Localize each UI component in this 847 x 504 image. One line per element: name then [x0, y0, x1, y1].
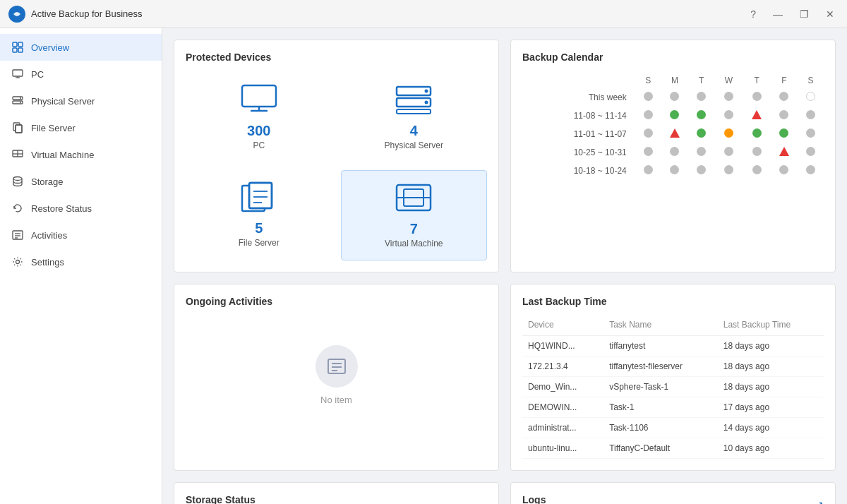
device-item-physical-server[interactable]: 4 Physical Server [341, 73, 488, 162]
table-row: 172.21.3.4tiffanytest-fileserver18 days … [522, 356, 824, 377]
activities-icon [11, 229, 24, 241]
minimize-button[interactable]: — [769, 7, 787, 21]
sidebar-item-activities[interactable]: Activities [0, 222, 162, 248]
sidebar-item-file-server[interactable]: File Server [0, 114, 162, 141]
calendar-dot-3-2 [688, 143, 714, 162]
calendar-dot-4-4 [743, 162, 771, 180]
device-item-pc[interactable]: 300 PC [186, 73, 332, 162]
calendar-dot-2-4 [743, 125, 771, 143]
sidebar-item-pc[interactable]: PC [0, 61, 162, 88]
logs-title: Logs [522, 494, 546, 504]
calendar-row-label-2: 11-01 ~ 11-07 [522, 125, 635, 143]
calendar-dot-4-2 [688, 162, 714, 180]
backup-cell-2-time: 18 days ago [718, 377, 824, 397]
storage-icon [11, 175, 24, 188]
no-item-icon [316, 345, 358, 388]
calendar-empty-header [522, 73, 635, 88]
calendar-table: S M T W T F S This week11-08 ~ 11-1411-0… [522, 73, 824, 180]
table-row: administrat...Task-110614 days ago [522, 418, 824, 438]
svg-rect-13 [16, 125, 22, 133]
logs-header: Logs ↗ [522, 494, 824, 504]
titlebar: Active Backup for Business ? — ❐ ✕ [0, 0, 847, 28]
sidebar-item-overview[interactable]: Overview [0, 34, 162, 61]
backup-cell-1-time: 18 days ago [718, 356, 824, 377]
last-backup-card: Last Backup Time Device Task Name Last B… [510, 284, 836, 471]
svg-rect-33 [249, 183, 272, 208]
calendar-day-m: M [661, 73, 689, 88]
calendar-day-s1: S [635, 73, 661, 88]
backup-cell-5-device: ubuntu-linu... [522, 438, 603, 459]
calendar-dot-0-5 [771, 88, 798, 107]
calendar-day-f: F [771, 73, 798, 88]
col-device: Device [522, 317, 603, 336]
backup-cell-2-device: Demo_Win... [522, 377, 603, 397]
calendar-dot-2-6 [798, 125, 824, 143]
calendar-row-label-4: 10-18 ~ 10-24 [522, 162, 635, 180]
maximize-button[interactable]: ❐ [795, 7, 813, 21]
overview-icon [11, 41, 24, 54]
virtual-machine-icon [11, 148, 24, 161]
backup-table: Device Task Name Last Backup Time HQ1WIN… [522, 317, 824, 459]
help-button[interactable]: ? [746, 7, 760, 21]
backup-cell-4-device: administrat... [522, 418, 603, 438]
table-row: DEMOWIN...Task-117 days ago [522, 397, 824, 418]
calendar-dot-2-2 [688, 125, 714, 143]
calendar-day-w: W [714, 73, 743, 88]
col-task: Task Name [603, 317, 718, 336]
backup-cell-4-time: 14 days ago [718, 418, 824, 438]
calendar-dot-1-1 [661, 107, 689, 125]
calendar-dot-0-4 [743, 88, 771, 107]
pc-count: 300 [247, 123, 270, 139]
file-server-label: File Server [239, 238, 280, 248]
restore-icon [11, 202, 24, 215]
sidebar: Overview PC Physi [0, 28, 162, 504]
pc-label: PC [253, 140, 265, 150]
calendar-dot-3-5 [771, 143, 798, 162]
virtual-machine-count: 7 [410, 221, 418, 237]
app-body: Overview PC Physi [0, 28, 847, 504]
logs-expand-icon[interactable]: ↗ [815, 499, 824, 504]
calendar-row-label-3: 10-25 ~ 10-31 [522, 143, 635, 162]
file-server-device-icon [239, 181, 279, 215]
sidebar-item-settings[interactable]: Settings [0, 248, 162, 275]
sidebar-item-physical-server[interactable]: Physical Server [0, 88, 162, 114]
backup-cell-5-time: 10 days ago [718, 438, 824, 459]
backup-cell-3-device: DEMOWIN... [522, 397, 603, 418]
svg-rect-3 [13, 48, 17, 52]
calendar-dot-4-6 [798, 162, 824, 180]
close-button[interactable]: ✕ [822, 7, 839, 21]
sidebar-activities-label: Activities [31, 230, 67, 241]
calendar-dot-0-6 [798, 88, 824, 107]
calendar-dot-2-1 [661, 125, 689, 143]
device-item-file-server[interactable]: 5 File Server [186, 170, 332, 260]
file-server-icon [11, 121, 24, 134]
devices-grid: 300 PC 4 Physical S [186, 73, 487, 260]
backup-cell-1-device: 172.21.3.4 [522, 356, 603, 377]
virtual-machine-device-icon [394, 182, 433, 215]
device-item-virtual-machine[interactable]: 7 Virtual Machine [341, 170, 488, 260]
calendar-dot-3-0 [635, 143, 661, 162]
backup-cell-2-task: vSphere-Task-1 [603, 377, 718, 397]
sidebar-pc-label: PC [31, 69, 44, 80]
calendar-day-t1: T [688, 73, 714, 88]
backup-calendar-title: Backup Calendar [522, 52, 824, 63]
sidebar-item-storage[interactable]: Storage [0, 168, 162, 195]
calendar-dot-1-3 [714, 107, 743, 125]
svg-rect-29 [397, 109, 431, 114]
protected-devices-title: Protected Devices [186, 52, 487, 63]
titlebar-left: Active Backup for Business [8, 6, 143, 23]
calendar-dot-4-5 [771, 162, 798, 180]
calendar-dot-2-5 [771, 125, 798, 143]
calendar-dot-0-2 [688, 88, 714, 107]
backup-calendar-card: Backup Calendar S M T W T F S This week [510, 40, 836, 272]
svg-point-23 [16, 260, 20, 264]
sidebar-overview-label: Overview [31, 42, 69, 53]
titlebar-controls: ? — ❐ ✕ [746, 7, 839, 21]
svg-point-11 [20, 102, 21, 103]
no-item-container: No item [186, 317, 487, 433]
ongoing-activities-title: Ongoing Activities [186, 296, 487, 307]
sidebar-item-virtual-machine[interactable]: Virtual Machine [0, 141, 162, 168]
calendar-dot-3-6 [798, 143, 824, 162]
sidebar-item-restore-status[interactable]: Restore Status [0, 195, 162, 222]
svg-rect-2 [18, 42, 23, 47]
